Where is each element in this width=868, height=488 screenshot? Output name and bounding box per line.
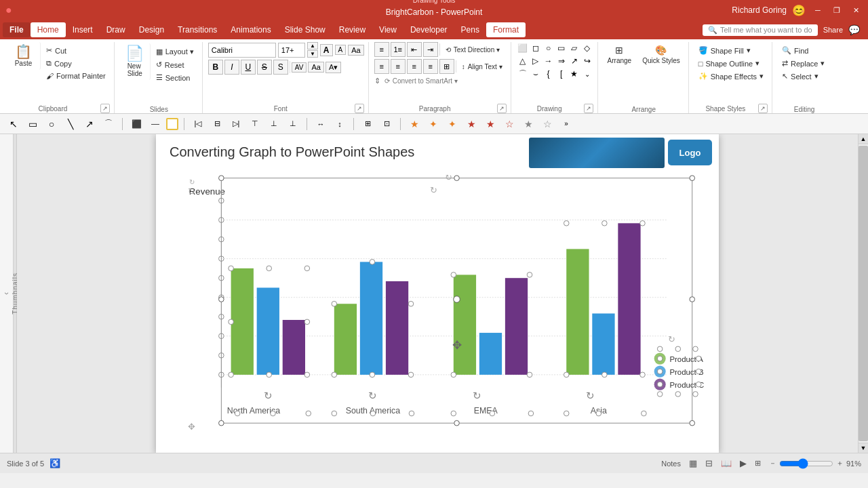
select-button[interactable]: ↖ Select ▾ <box>778 70 823 82</box>
drawing-expander[interactable]: ↗ <box>584 104 593 113</box>
shape-bracket[interactable]: [ <box>555 68 568 80</box>
shape-tool-align-bottom[interactable]: ⊥ <box>285 116 301 132</box>
shape-tool-star7[interactable]: ★ <box>520 116 536 132</box>
menu-review[interactable]: Review <box>332 22 372 37</box>
bar-asia-c[interactable] <box>618 223 640 375</box>
increase-font-size-button[interactable]: A <box>320 44 333 56</box>
find-button[interactable]: 🔍 Find <box>778 45 812 56</box>
menu-view[interactable]: View <box>372 22 403 37</box>
arrange-button[interactable]: ⊞ Arrange <box>604 42 636 67</box>
share-button[interactable]: Share <box>823 26 843 34</box>
bar-sa-b[interactable] <box>360 262 382 374</box>
paragraph-expander[interactable]: ↗ <box>497 104 507 113</box>
menu-pens[interactable]: Pens <box>454 22 486 37</box>
zoom-in-button[interactable]: ＋ <box>836 458 844 468</box>
shape-tool-fill[interactable]: ⬛ <box>128 116 144 132</box>
shape-tool-align-center[interactable]: ⊟ <box>209 116 225 132</box>
bar-na-c[interactable] <box>283 320 305 375</box>
shape-brace[interactable]: { <box>542 68 555 80</box>
strikethrough-button[interactable]: S <box>257 60 272 75</box>
bar-sa-a[interactable] <box>334 304 357 375</box>
shape-tool-rect[interactable]: ▭ <box>24 116 41 132</box>
align-right-button[interactable]: ≡ <box>407 59 422 74</box>
zoom-slider[interactable] <box>779 458 833 469</box>
shape-arrow2[interactable]: ⇒ <box>555 55 568 67</box>
shape-outline-button[interactable]: □ Shape Outline ▾ <box>694 58 764 69</box>
shape-tool-star8[interactable]: ☆ <box>539 116 555 132</box>
shape-tri[interactable]: △ <box>517 55 529 67</box>
scroll-thumb[interactable] <box>859 146 868 441</box>
shape-rect3[interactable]: ▱ <box>568 42 580 54</box>
bar-emea-c[interactable] <box>505 278 528 375</box>
menu-slideshow[interactable]: Slide Show <box>278 22 332 37</box>
shape-tool-line[interactable]: ╲ <box>62 116 79 132</box>
font-size-decrease[interactable]: ▼ <box>307 50 318 58</box>
shape-tool-star3[interactable]: ✦ <box>444 116 460 132</box>
italic-button[interactable]: I <box>224 60 239 75</box>
search-box[interactable]: 🔍 Tell me what you want to do <box>703 24 818 36</box>
align-text-button[interactable]: ↕ Align Text ▾ <box>458 62 507 72</box>
menu-draw[interactable]: Draw <box>100 22 132 37</box>
shape-tool-align-left[interactable]: |◁ <box>190 116 206 132</box>
shape-tool-distribute-v[interactable]: ↕ <box>332 116 348 132</box>
shape-tool-align-right[interactable]: ▷| <box>228 116 244 132</box>
menu-design[interactable]: Design <box>132 22 171 37</box>
bar-asia-b[interactable] <box>592 314 614 375</box>
shape-bend[interactable]: ↪ <box>581 55 593 67</box>
scroll-up-button[interactable]: ▲ <box>859 134 869 144</box>
shadow-button[interactable]: S <box>273 60 288 75</box>
replace-button[interactable]: ⇄ Replace ▾ <box>778 58 829 69</box>
align-center-button[interactable]: ≡ <box>391 59 406 74</box>
paste-button[interactable]: 📋 Paste <box>7 42 41 70</box>
char-spacing-button[interactable]: AV <box>292 62 307 73</box>
fit-slide-button[interactable]: ⊞ <box>755 459 761 468</box>
close-button[interactable]: ✕ <box>849 3 863 17</box>
shape-rtri[interactable]: ▷ <box>530 55 542 67</box>
bar-emea-b[interactable] <box>479 333 502 375</box>
shape-arrow3[interactable]: ↗ <box>568 55 580 67</box>
menu-animations[interactable]: Animations <box>224 22 277 37</box>
slide[interactable]: Converting Graph to PowerPoint Shapes Lo… <box>156 134 719 453</box>
reset-button[interactable]: ↺ Reset <box>152 59 198 70</box>
clipboard-expander[interactable]: ↗ <box>100 104 110 113</box>
shape-diamond[interactable]: ◇ <box>581 42 593 54</box>
quick-styles-button[interactable]: 🎨 Quick Styles <box>638 42 684 67</box>
layout-button[interactable]: ▦ Layout ▾ <box>152 46 198 58</box>
new-slide-button[interactable]: 📄 NewSlide <box>120 43 151 80</box>
shape-styles-expander[interactable]: ↗ <box>758 104 768 113</box>
shape-line2[interactable]: ◻ <box>530 42 542 54</box>
slide-logo[interactable]: Logo <box>668 140 712 165</box>
shape-tool-curve[interactable]: ⌒ <box>100 116 117 132</box>
thumbnails-arrow[interactable]: › <box>2 292 12 295</box>
slide-sorter-button[interactable]: ⊟ <box>705 458 713 468</box>
restore-button[interactable]: ❐ <box>830 3 844 17</box>
right-scrollbar[interactable]: ▲ ▼ <box>858 134 868 453</box>
bullets-button[interactable]: ≡ <box>374 42 389 57</box>
bold-button[interactable]: B <box>208 60 223 75</box>
shape-tool-circle[interactable]: ○ <box>43 116 60 132</box>
shape-curve1[interactable]: ⌒ <box>517 68 529 80</box>
font-color-button[interactable]: A▾ <box>326 62 341 73</box>
menu-insert[interactable]: Insert <box>66 22 100 37</box>
shape-tool-group[interactable]: ⊞ <box>359 116 376 132</box>
shape-tool-ungroup[interactable]: ⊡ <box>378 116 395 132</box>
normal-view-button[interactable]: ▦ <box>689 458 697 468</box>
shape-more[interactable]: ⌄ <box>581 68 593 80</box>
cut-button[interactable]: ✂ Cut <box>42 45 110 56</box>
shape-oval[interactable]: ○ <box>542 42 555 54</box>
shape-effects-button[interactable]: ✨ Shape Effects ▾ <box>694 70 768 82</box>
bar-na-a[interactable] <box>231 268 254 375</box>
shape-tool-star6[interactable]: ☆ <box>501 116 517 132</box>
shape-tool-line-color[interactable]: — <box>147 116 163 132</box>
bar-sa-c[interactable] <box>386 281 408 375</box>
shape-tool-arrow[interactable]: ↗ <box>81 116 98 132</box>
font-name-input[interactable] <box>208 43 276 58</box>
shape-tool-star2[interactable]: ✦ <box>425 116 441 132</box>
numbering-button[interactable]: 1≡ <box>391 42 406 57</box>
menu-home[interactable]: Home <box>31 22 66 37</box>
shape-tool-star5[interactable]: ★ <box>482 116 498 132</box>
bar-emea-a[interactable] <box>454 274 476 374</box>
shape-star[interactable]: ★ <box>568 68 580 80</box>
zoom-out-button[interactable]: － <box>769 458 776 468</box>
font-expander[interactable]: ↗ <box>355 104 364 113</box>
